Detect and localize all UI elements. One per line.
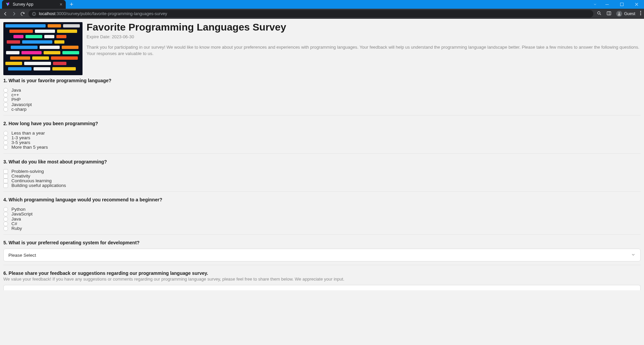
- zoom-icon[interactable]: [597, 11, 602, 17]
- window-minimize-button[interactable]: [600, 0, 614, 9]
- radio-icon: [3, 140, 8, 145]
- question-title: 3. What do you like most about programmi…: [3, 159, 641, 164]
- tab-favicon: [5, 2, 10, 7]
- browser-tab[interactable]: Survey App ×: [2, 0, 66, 9]
- page-viewport[interactable]: Favorite Programming Languages Survey Ex…: [0, 19, 644, 345]
- svg-point-10: [640, 11, 641, 12]
- avatar-icon: [616, 11, 622, 17]
- radio-icon: [3, 102, 8, 107]
- tab-close-icon[interactable]: ×: [60, 2, 62, 7]
- feedback-textarea[interactable]: [3, 285, 641, 290]
- option-label: 1-3 years: [11, 136, 30, 140]
- radio-option[interactable]: Ruby: [3, 226, 641, 231]
- os-select[interactable]: Please Select: [3, 249, 641, 261]
- radio-option[interactable]: C#: [3, 221, 641, 226]
- checkbox-option[interactable]: Problem-solving: [3, 169, 641, 174]
- option-label: c-sharp: [11, 107, 26, 112]
- radio-option[interactable]: More than 5 years: [3, 145, 641, 150]
- window-titlebar: Survey App × +: [0, 0, 644, 9]
- radio-icon: [3, 97, 8, 102]
- tab-title: Survey App: [13, 2, 57, 7]
- option-label: More than 5 years: [11, 145, 48, 150]
- radio-option[interactable]: Javascript: [3, 102, 641, 107]
- option-label: Javascript: [11, 102, 32, 107]
- nav-back-button[interactable]: [3, 11, 8, 16]
- checkbox-icon: [3, 183, 8, 188]
- option-label: Creativity: [11, 174, 30, 179]
- question-title: 6. Please share your feedback or suggest…: [3, 270, 641, 276]
- divider: [3, 115, 641, 115]
- window-close-button[interactable]: [629, 0, 644, 9]
- checkbox-option[interactable]: Continuous learning: [3, 179, 641, 183]
- radio-option[interactable]: c++: [3, 93, 641, 97]
- window-maximize-button[interactable]: [614, 0, 629, 9]
- radio-icon: [3, 93, 8, 97]
- radio-option[interactable]: PHP: [3, 97, 641, 102]
- radio-option[interactable]: JavaScript: [3, 212, 641, 216]
- svg-rect-0: [605, 4, 609, 5]
- radio-option[interactable]: 1-3 years: [3, 136, 641, 140]
- nav-forward-button[interactable]: [11, 11, 17, 16]
- radio-icon: [3, 88, 8, 93]
- question-2: 2. How long have you been programming? L…: [3, 121, 641, 154]
- radio-option[interactable]: Java: [3, 217, 641, 221]
- option-label: Continuous learning: [11, 179, 52, 183]
- svg-line-6: [600, 14, 601, 15]
- svg-rect-4: [34, 13, 34, 13]
- svg-rect-1: [621, 3, 624, 6]
- checkbox-option[interactable]: Building useful applications: [3, 183, 641, 188]
- question-3: 3. What do you like most about programmi…: [3, 159, 641, 192]
- survey-title: Favorite Programming Languages Survey: [87, 21, 641, 34]
- radio-icon: [3, 145, 8, 150]
- question-subtitle: We value your feedback! If you have any …: [3, 277, 641, 282]
- radio-icon: [3, 107, 8, 112]
- question-options: Java c++ PHP Javascript c-sharp: [3, 88, 641, 112]
- radio-icon: [3, 131, 8, 136]
- question-5: 5. What is your preferred operating syst…: [3, 240, 641, 265]
- radio-option[interactable]: Java: [3, 88, 641, 93]
- question-title: 1. What is your favorite programming lan…: [3, 78, 641, 83]
- checkbox-option[interactable]: Creativity: [3, 174, 641, 179]
- panel-toggle-icon[interactable]: [606, 11, 611, 17]
- profile-chip[interactable]: Guest: [616, 11, 635, 17]
- survey-expire-date: Expire Date: 2023-06-30: [87, 34, 641, 39]
- chevron-down-icon: [631, 252, 636, 258]
- radio-icon: [3, 136, 8, 140]
- option-label: c++: [11, 93, 19, 97]
- survey-header: Favorite Programming Languages Survey Ex…: [3, 22, 641, 75]
- question-1: 1. What is your favorite programming lan…: [3, 78, 641, 115]
- option-label: C#: [11, 221, 17, 226]
- survey-description: Thank you for participating in our surve…: [87, 44, 641, 57]
- checkbox-icon: [3, 174, 8, 179]
- checkbox-icon: [3, 179, 8, 183]
- address-bar[interactable]: localhost:3000/survey/public/favorite-pr…: [29, 10, 593, 17]
- question-title: 2. How long have you been programming?: [3, 121, 641, 126]
- radio-option[interactable]: Less than a year: [3, 131, 641, 136]
- question-title: 5. What is your preferred operating syst…: [3, 240, 641, 245]
- radio-option[interactable]: Python: [3, 207, 641, 212]
- option-label: 3-5 years: [11, 140, 30, 145]
- profile-label: Guest: [624, 11, 635, 16]
- svg-point-5: [597, 11, 600, 14]
- svg-rect-3: [34, 13, 34, 15]
- url-text: localhost:3000/survey/public/favorite-pr…: [39, 11, 167, 16]
- svg-point-12: [640, 14, 641, 15]
- radio-option[interactable]: c-sharp: [3, 107, 641, 112]
- site-info-icon[interactable]: [32, 12, 36, 16]
- question-options: Problem-solving Creativity Continuous le…: [3, 169, 641, 188]
- option-label: JavaScript: [11, 212, 33, 216]
- option-label: Python: [11, 207, 25, 212]
- browser-toolbar: localhost:3000/survey/public/favorite-pr…: [0, 9, 644, 19]
- radio-icon: [3, 217, 8, 221]
- tabs-chevron-icon[interactable]: [590, 0, 600, 9]
- nav-reload-button[interactable]: [20, 11, 25, 16]
- radio-option[interactable]: 3-5 years: [3, 140, 641, 145]
- question-title: 4. Which programming language would you …: [3, 197, 641, 202]
- radio-icon: [3, 207, 8, 212]
- option-label: Java: [11, 88, 21, 93]
- kebab-menu-icon[interactable]: [640, 11, 641, 17]
- option-label: Ruby: [11, 226, 22, 231]
- select-placeholder: Please Select: [8, 253, 36, 258]
- new-tab-button[interactable]: +: [70, 1, 73, 8]
- svg-point-11: [640, 13, 641, 14]
